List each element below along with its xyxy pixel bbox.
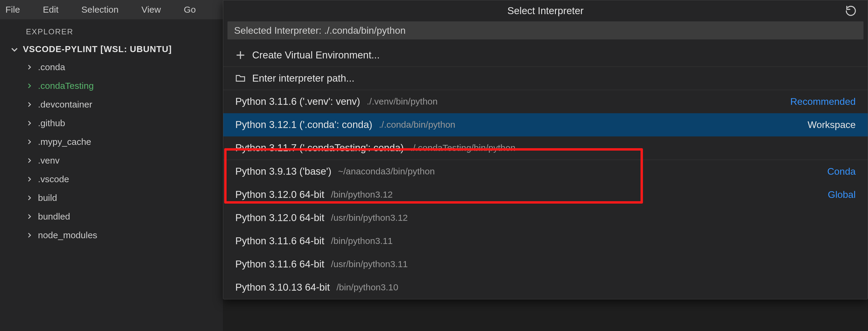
- tree-item-label: .venv: [38, 156, 60, 166]
- interpreter-badge: Global: [828, 189, 856, 200]
- interpreter-list: Python 3.11.6 ('.venv': venv)./.venv/bin…: [223, 90, 868, 299]
- menu-file[interactable]: File: [0, 3, 25, 16]
- chevron-right-icon: [26, 195, 33, 201]
- interpreter-label: Python 3.12.0 64-bit: [235, 189, 324, 200]
- interpreter-option[interactable]: Python 3.12.0 64-bit/usr/bin/python3.12: [223, 206, 868, 230]
- tree-item[interactable]: bundled: [26, 207, 223, 226]
- interpreter-search-input[interactable]: [227, 22, 864, 39]
- interpreter-label: Python 3.11.6 64-bit: [235, 235, 324, 247]
- editor-mask: [223, 311, 868, 331]
- interpreter-label: Python 3.12.0 64-bit: [235, 212, 324, 224]
- interpreter-path: ./.venv/bin/python: [367, 96, 437, 107]
- interpreter-path: /bin/python3.10: [337, 282, 398, 293]
- interpreter-option[interactable]: Python 3.11.6 64-bit/bin/python3.11: [223, 230, 868, 253]
- tree-item-label: .devcontainer: [38, 99, 92, 110]
- chevron-right-icon: [26, 213, 33, 220]
- tree-item[interactable]: .conda: [26, 58, 223, 76]
- menu-view[interactable]: View: [136, 3, 166, 16]
- interpreter-badge: Conda: [827, 166, 856, 177]
- tree-item-label: .github: [38, 118, 65, 128]
- explorer-title: EXPLORER: [0, 19, 223, 42]
- interpreter-badge: Workspace: [808, 119, 856, 130]
- interpreter-option[interactable]: Python 3.12.0 64-bit/bin/python3.12Globa…: [223, 183, 868, 206]
- interpreter-path: /usr/bin/python3.11: [331, 259, 408, 269]
- tree-item-label: build: [38, 193, 57, 203]
- chevron-right-icon: [26, 138, 33, 145]
- tree-item[interactable]: node_modules: [26, 226, 223, 244]
- interpreter-path: /bin/python3.11: [331, 236, 393, 246]
- interpreter-option[interactable]: Python 3.11.6 ('.venv': venv)./.venv/bin…: [223, 90, 868, 113]
- tree-item-label: .mypy_cache: [38, 137, 91, 147]
- tree-item[interactable]: .github: [26, 114, 223, 133]
- folder-icon: [235, 73, 246, 84]
- chevron-right-icon: [26, 157, 33, 164]
- interpreter-option[interactable]: Python 3.11.7 ('.condaTesting': conda)./…: [223, 136, 868, 160]
- palette-title: Select Interpreter: [235, 5, 856, 16]
- explorer-sidebar: EXPLORER VSCODE-PYLINT [WSL: UBUNTU] .co…: [0, 19, 223, 331]
- tree-item[interactable]: .condaTesting: [26, 76, 223, 95]
- action-label: Enter interpreter path...: [252, 73, 354, 84]
- chevron-right-icon: [26, 101, 33, 108]
- interpreter-label: Python 3.10.13 64-bit: [235, 282, 330, 293]
- tree-item-label: .vscode: [38, 174, 69, 184]
- interpreter-option[interactable]: Python 3.12.1 ('.conda': conda)./.conda/…: [223, 113, 868, 136]
- tree-item[interactable]: .venv: [26, 151, 223, 170]
- interpreter-option[interactable]: Python 3.9.13 ('base')~/anaconda3/bin/py…: [223, 160, 868, 183]
- tree-item-label: .condaTesting: [38, 81, 94, 91]
- explorer-tree: .conda.condaTesting.devcontainer.github.…: [0, 58, 223, 244]
- tree-item[interactable]: .vscode: [26, 170, 223, 189]
- interpreter-label: Python 3.12.1 ('.conda': conda): [235, 119, 372, 130]
- interpreter-label: Python 3.9.13 ('base'): [235, 166, 332, 177]
- tree-item[interactable]: .devcontainer: [26, 95, 223, 114]
- tree-item-label: bundled: [38, 211, 70, 222]
- interpreter-path: /bin/python3.12: [331, 190, 393, 200]
- menu-selection[interactable]: Selection: [76, 3, 124, 16]
- menu-go[interactable]: Go: [178, 3, 201, 16]
- action-label: Create Virtual Environment...: [252, 49, 380, 61]
- workspace-folder-header[interactable]: VSCODE-PYLINT [WSL: UBUNTU]: [0, 42, 223, 58]
- chevron-right-icon: [26, 232, 33, 238]
- create-venv-action[interactable]: Create Virtual Environment...: [223, 44, 868, 67]
- chevron-right-icon: [26, 120, 33, 127]
- interpreter-path: ./.condaTesting/bin/python: [410, 143, 516, 153]
- tree-item-label: node_modules: [38, 230, 97, 240]
- interpreter-label: Python 3.11.7 ('.condaTesting': conda): [235, 142, 404, 154]
- tree-item[interactable]: .mypy_cache: [26, 133, 223, 151]
- interpreter-palette: Select Interpreter Create Virtual Enviro…: [223, 0, 868, 299]
- interpreter-path: ./.conda/bin/python: [379, 120, 456, 130]
- palette-header: Select Interpreter: [223, 0, 868, 22]
- plus-icon: [235, 50, 246, 60]
- chevron-right-icon: [26, 82, 33, 89]
- tree-item-label: .conda: [38, 62, 65, 72]
- interpreter-path: ~/anaconda3/bin/python: [338, 166, 435, 176]
- tree-item[interactable]: build: [26, 189, 223, 207]
- refresh-icon[interactable]: [845, 5, 857, 17]
- workspace-folder-label: VSCODE-PYLINT [WSL: UBUNTU]: [23, 44, 172, 54]
- interpreter-label: Python 3.11.6 ('.venv': venv): [235, 96, 360, 107]
- interpreter-path: /usr/bin/python3.12: [331, 212, 408, 223]
- palette-action-list: Create Virtual Environment...Enter inter…: [223, 44, 868, 90]
- interpreter-option[interactable]: Python 3.10.13 64-bit/bin/python3.10: [223, 276, 868, 299]
- chevron-down-icon: [10, 45, 19, 54]
- interpreter-option[interactable]: Python 3.11.6 64-bit/usr/bin/python3.11: [223, 253, 868, 276]
- interpreter-label: Python 3.11.6 64-bit: [235, 258, 324, 270]
- enter-path-action[interactable]: Enter interpreter path...: [223, 67, 868, 90]
- interpreter-badge: Recommended: [790, 96, 856, 107]
- chevron-right-icon: [26, 64, 33, 70]
- menu-edit[interactable]: Edit: [37, 3, 64, 16]
- chevron-right-icon: [26, 176, 33, 183]
